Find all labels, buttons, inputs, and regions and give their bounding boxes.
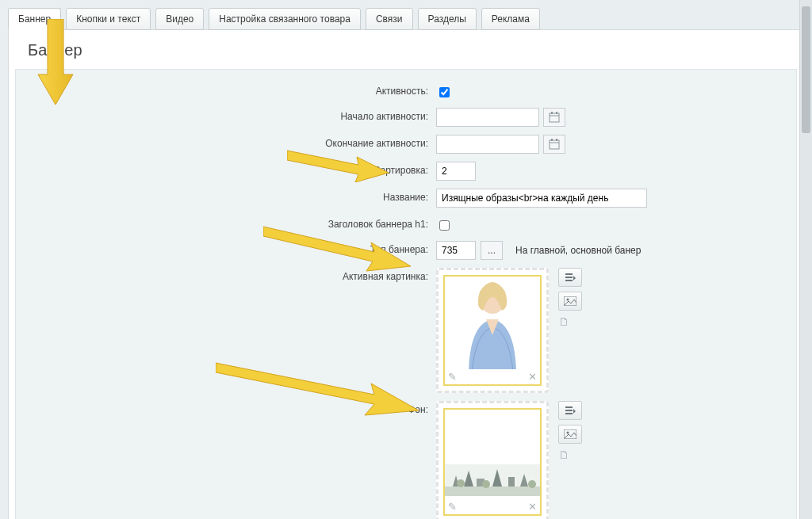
- close-icon[interactable]: ✕: [528, 371, 537, 383]
- input-sort[interactable]: [436, 162, 476, 181]
- label-h1: Заголовок баннера h1:: [24, 216, 436, 233]
- tab-ads[interactable]: Реклама: [481, 8, 540, 30]
- svg-rect-2: [551, 112, 553, 114]
- svg-rect-4: [550, 140, 559, 149]
- input-type-id[interactable]: [436, 241, 476, 260]
- label-activity: Активность:: [24, 82, 436, 100]
- edit-icon[interactable]: ✎: [448, 501, 457, 513]
- edit-icon[interactable]: ✎: [448, 371, 457, 383]
- svg-rect-7: [556, 139, 557, 141]
- tab-video[interactable]: Видео: [155, 8, 204, 30]
- input-name[interactable]: [436, 189, 647, 208]
- svg-marker-30: [573, 409, 576, 414]
- label-start: Начало активности:: [24, 108, 436, 125]
- svg-rect-6: [551, 139, 553, 141]
- svg-point-15: [567, 299, 569, 301]
- tab-buttons-text[interactable]: Кнопки и текст: [66, 8, 151, 30]
- svg-marker-13: [573, 276, 576, 280]
- list-view-button[interactable]: [558, 401, 582, 420]
- input-start-date[interactable]: [436, 108, 539, 127]
- svg-point-26: [528, 480, 536, 488]
- svg-rect-0: [550, 113, 559, 122]
- label-sort: Сортировка:: [24, 162, 436, 179]
- picture-icon[interactable]: [558, 292, 582, 311]
- tab-bar: Баннер Кнопки и текст Видео Настройка св…: [8, 8, 804, 30]
- list-view-button[interactable]: [558, 268, 582, 287]
- label-end: Окончание активности:: [24, 135, 436, 152]
- picture-icon[interactable]: [558, 425, 582, 444]
- checkbox-activity[interactable]: [439, 87, 450, 97]
- label-name: Название:: [24, 189, 436, 206]
- form-panel: Активность: Начало активности: Окончание…: [15, 69, 797, 519]
- scrollbar-thumb[interactable]: [802, 6, 810, 133]
- tab-panel: Баннер Активность: Начало активности: Ок…: [8, 29, 804, 519]
- label-type: Тип баннера:: [24, 241, 436, 258]
- page-title: Баннер: [28, 41, 797, 59]
- preview-active-image: [445, 277, 540, 369]
- document-icon[interactable]: 🗋: [558, 315, 582, 328]
- input-end-date[interactable]: [436, 135, 539, 154]
- tab-related-product[interactable]: Настройка связанного товара: [209, 8, 361, 30]
- browse-type-button[interactable]: ...: [481, 241, 503, 260]
- svg-point-24: [457, 479, 465, 487]
- scrollbar[interactable]: [799, 0, 812, 519]
- svg-point-32: [567, 432, 569, 434]
- checkbox-h1[interactable]: [439, 220, 450, 231]
- calendar-icon[interactable]: [543, 108, 565, 127]
- svg-point-25: [482, 480, 490, 488]
- document-icon[interactable]: 🗋: [558, 448, 582, 461]
- tab-sections[interactable]: Разделы: [418, 8, 477, 30]
- svg-rect-3: [556, 112, 557, 114]
- preview-fon-image: [445, 410, 540, 499]
- image-uploader-active[interactable]: ✎ ✕: [436, 268, 549, 393]
- svg-rect-17: [445, 487, 540, 496]
- calendar-icon[interactable]: [543, 135, 565, 154]
- label-fon: Фон:: [24, 401, 436, 418]
- svg-rect-22: [508, 477, 515, 487]
- type-text: На главной, основной банер: [515, 241, 641, 260]
- label-active-picture: Активная картинка:: [24, 268, 436, 285]
- tab-links[interactable]: Связи: [366, 8, 413, 30]
- tab-banner[interactable]: Баннер: [8, 8, 61, 30]
- close-icon[interactable]: ✕: [528, 501, 537, 513]
- image-uploader-fon[interactable]: ✎ ✕: [436, 401, 549, 519]
